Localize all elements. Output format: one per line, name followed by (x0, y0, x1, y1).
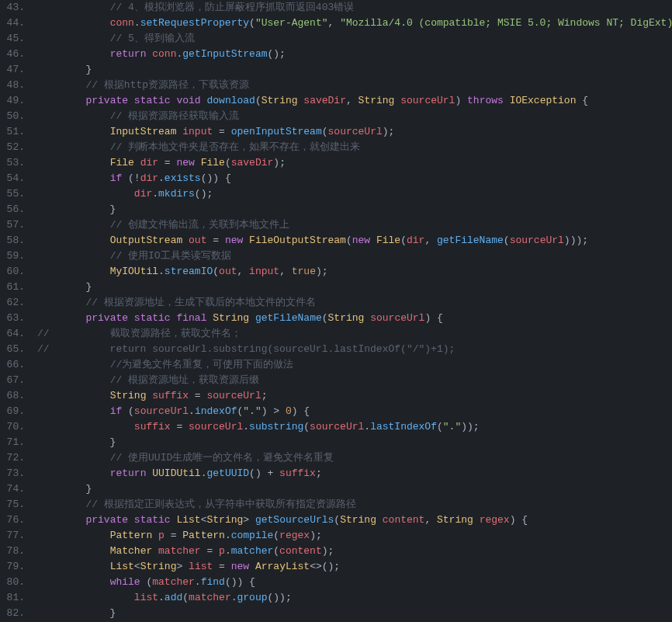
code-line[interactable]: Matcher matcher = p.matcher(content); (37, 544, 672, 559)
code-line[interactable]: if (!dir.exists()) { (37, 171, 672, 186)
token-plain: ) (455, 95, 467, 106)
token-plain: ( (249, 17, 255, 29)
token-plain (37, 126, 110, 137)
code-line[interactable]: dir.mkdirs(); (37, 186, 672, 202)
token-plain: , (279, 266, 292, 277)
code-line[interactable]: // 根据资源路径获取输入流 (37, 109, 672, 124)
code-line[interactable]: List<String> list = new ArrayList<>(); (37, 559, 672, 575)
token-cmt: //为避免文件名重复，可使用下面的做法 (110, 359, 294, 370)
token-plain (37, 405, 110, 417)
token-plain: = (201, 545, 219, 557)
code-line[interactable]: conn.setRequestProperty("User-Agent", "M… (37, 16, 672, 31)
token-plain (37, 576, 110, 588)
token-type: File (201, 157, 225, 169)
code-line[interactable]: // 判断本地文件夹是否存在，如果不存在，就创建出来 (37, 140, 672, 155)
token-plain (195, 157, 201, 169)
token-type: FileOutputStream (249, 235, 346, 246)
token-plain: > (243, 514, 255, 526)
token-type: MyIOUtil (110, 266, 158, 277)
code-line[interactable]: } (37, 280, 672, 295)
token-kw: throws (467, 95, 504, 106)
code-line[interactable]: // 创建文件输出流，关联到本地文件上 (37, 217, 672, 233)
token-cmt: // 判断本地文件夹是否存在，如果不存在，就创建出来 (110, 141, 360, 153)
token-plain (37, 266, 110, 277)
token-type: String (262, 95, 298, 106)
token-plain: = (171, 421, 189, 433)
token-plain: ); (322, 545, 334, 557)
code-line[interactable]: // 根据资源地址，获取资源后缀 (37, 373, 672, 388)
code-line[interactable]: list.add(matcher.group()); (37, 590, 672, 606)
code-line[interactable]: private static List<String> getSourceUrl… (37, 513, 672, 528)
token-plain (37, 359, 110, 370)
code-line[interactable]: MyIOUtil.streamIO(out, input, true); (37, 264, 672, 280)
code-line[interactable]: private static void download(String save… (37, 93, 672, 109)
token-plain (37, 188, 134, 200)
token-kw: if (110, 172, 123, 184)
token-type: String (110, 390, 147, 401)
code-line[interactable]: File dir = new File(saveDir); (37, 155, 672, 171)
code-line[interactable]: // 5、得到输入流 (37, 31, 672, 47)
token-plain (128, 514, 134, 526)
token-var: sourceUrl (510, 235, 564, 246)
code-editor[interactable]: 43.44.45.46.47.48.49.50.51.52.53.54.55.5… (0, 0, 672, 622)
line-number: 80. (3, 575, 25, 590)
code-line[interactable]: // 根据http资源路径，下载该资源 (37, 78, 672, 93)
code-line[interactable]: InputStream input = openInputStream(sour… (37, 124, 672, 140)
token-plain (37, 467, 110, 479)
code-line[interactable]: suffix = sourceUrl.substring(sourceUrl.l… (37, 419, 672, 435)
code-line[interactable]: // 根据资源地址，生成下载后的本地文件的文件名 (37, 295, 672, 311)
token-plain (182, 235, 189, 246)
token-var: conn (152, 48, 176, 60)
token-var: conn (110, 17, 134, 29)
code-line[interactable]: if (sourceUrl.indexOf(".") > 0) { (37, 404, 672, 419)
code-line[interactable]: while (matcher.find()) { (37, 575, 672, 590)
token-plain: . (158, 266, 165, 277)
code-line[interactable]: //为避免文件名重复，可使用下面的做法 (37, 357, 672, 373)
token-plain: ) { (292, 405, 310, 417)
token-var: matcher (158, 545, 201, 557)
token-fn: openInputStream (231, 126, 322, 137)
code-line[interactable]: // 根据指定正则表达式，从字符串中获取所有指定资源路径 (37, 497, 672, 513)
token-plain: )); (461, 421, 479, 433)
code-line[interactable]: } (37, 62, 672, 78)
token-plain (201, 95, 207, 106)
token-type: String (213, 312, 249, 324)
code-line[interactable]: Pattern p = Pattern.compile(regex); (37, 528, 672, 544)
token-kw: new (176, 157, 194, 169)
token-plain (37, 157, 110, 169)
token-plain: = (213, 561, 230, 572)
code-line[interactable]: private static final String getFileName(… (37, 311, 672, 326)
token-plain: ()) { (225, 576, 255, 588)
code-line[interactable]: // 使用IO工具类读写数据 (37, 248, 672, 264)
code-line[interactable]: } (37, 481, 672, 497)
code-line[interactable]: // 使用UUID生成唯一的文件名，避免文件名重复 (37, 450, 672, 466)
code-line[interactable]: OutputStream out = new FileOutputStream(… (37, 233, 672, 248)
token-plain: ( (225, 157, 231, 169)
code-line[interactable]: return conn.getInputStream(); (37, 47, 672, 62)
code-line[interactable]: // 4、模拟浏览器，防止屏蔽程序抓取而返回403错误 (37, 0, 672, 16)
code-line[interactable]: } (37, 435, 672, 450)
code-area[interactable]: // 4、模拟浏览器，防止屏蔽程序抓取而返回403错误 conn.setRequ… (31, 0, 672, 622)
token-cmt: // 创建文件输出流，关联到本地文件上 (110, 219, 289, 231)
line-number: 53. (3, 155, 25, 171)
token-plain: } (37, 436, 116, 448)
code-line[interactable]: } (37, 606, 672, 621)
token-type: InputStream (110, 126, 177, 137)
code-line[interactable]: // return sourceUrl.substring(sourceUrl.… (37, 342, 672, 357)
token-fn: mkdirs (158, 188, 195, 200)
token-kw: new (352, 235, 370, 246)
line-number: 62. (3, 295, 25, 311)
code-line[interactable]: return UUIDUtil.getUUID() + suffix; (37, 466, 672, 481)
token-var: content (279, 545, 322, 557)
token-var: regex (480, 514, 510, 526)
token-type: OutputStream (110, 235, 183, 246)
token-type: File (376, 235, 400, 246)
code-line[interactable]: String suffix = sourceUrl; (37, 388, 672, 404)
token-var: p (219, 545, 225, 557)
token-plain: ( (322, 312, 328, 324)
code-line[interactable]: // 截取资源路径，获取文件名； (37, 326, 672, 342)
token-plain: . (225, 530, 231, 541)
token-fn: getUUID (206, 467, 249, 479)
token-plain: } (37, 281, 92, 293)
code-line[interactable]: } (37, 202, 672, 217)
